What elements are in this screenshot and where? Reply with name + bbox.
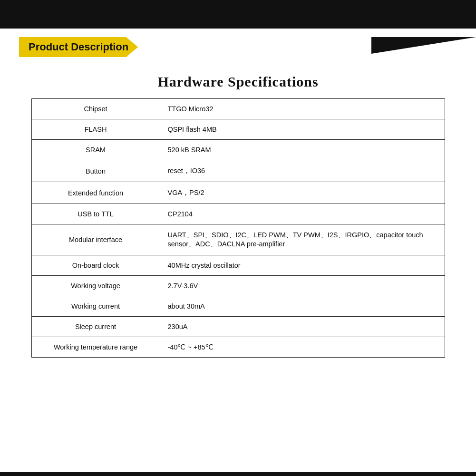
- table-row: Buttonreset，IO36: [31, 160, 445, 182]
- spec-label: Chipset: [31, 99, 160, 119]
- top-bar: [0, 0, 476, 29]
- table-row: Working currentabout 30mA: [31, 296, 445, 317]
- spec-label: USB to TTL: [31, 204, 160, 224]
- specs-table: ChipsetTTGO Micro32FLASHQSPI flash 4MBSR…: [31, 98, 445, 358]
- spec-value: about 30mA: [160, 296, 445, 317]
- table-row: Sleep current230uA: [31, 317, 445, 337]
- spec-label: Modular interface: [31, 224, 160, 255]
- page-title: Hardware Specifications: [0, 74, 476, 90]
- spec-value: VGA，PS/2: [160, 182, 445, 204]
- spec-label: Button: [31, 160, 160, 182]
- spec-label: Working current: [31, 296, 160, 317]
- spec-label: Working temperature range: [31, 337, 160, 358]
- spec-value: CP2104: [160, 204, 445, 224]
- table-row: FLASHQSPI flash 4MB: [31, 119, 445, 140]
- spec-label: Working voltage: [31, 276, 160, 296]
- spec-value: 40MHz crystal oscillator: [160, 255, 445, 276]
- table-row: Working temperature range-40℃ ~ +85℃: [31, 337, 445, 358]
- spec-value: QSPI flash 4MB: [160, 119, 445, 140]
- header-triangle: [371, 37, 476, 54]
- spec-value: -40℃ ~ +85℃: [160, 337, 445, 358]
- spec-value: TTGO Micro32: [160, 99, 445, 119]
- spec-value: 520 kB SRAM: [160, 140, 445, 160]
- table-row: Working voltage2.7V-3.6V: [31, 276, 445, 296]
- table-row: ChipsetTTGO Micro32: [31, 99, 445, 119]
- spec-label: SRAM: [31, 140, 160, 160]
- header-section: Product Description: [0, 29, 476, 62]
- spec-value: reset，IO36: [160, 160, 445, 182]
- table-row: On-board clock40MHz crystal oscillator: [31, 255, 445, 276]
- table-row: SRAM520 kB SRAM: [31, 140, 445, 160]
- bottom-bar: [0, 472, 476, 476]
- spec-value: 230uA: [160, 317, 445, 337]
- spec-value: 2.7V-3.6V: [160, 276, 445, 296]
- table-row: Extended functionVGA，PS/2: [31, 182, 445, 204]
- product-description-badge: Product Description: [19, 37, 138, 57]
- spec-label: Sleep current: [31, 317, 160, 337]
- spec-label: Extended function: [31, 182, 160, 204]
- spec-label: FLASH: [31, 119, 160, 140]
- spec-label: On-board clock: [31, 255, 160, 276]
- badge-label: Product Description: [29, 41, 128, 53]
- spec-value: UART、SPI、SDIO、I2C、LED PWM、TV PWM、I2S、IRG…: [160, 224, 445, 255]
- table-row: Modular interfaceUART、SPI、SDIO、I2C、LED P…: [31, 224, 445, 255]
- table-row: USB to TTLCP2104: [31, 204, 445, 224]
